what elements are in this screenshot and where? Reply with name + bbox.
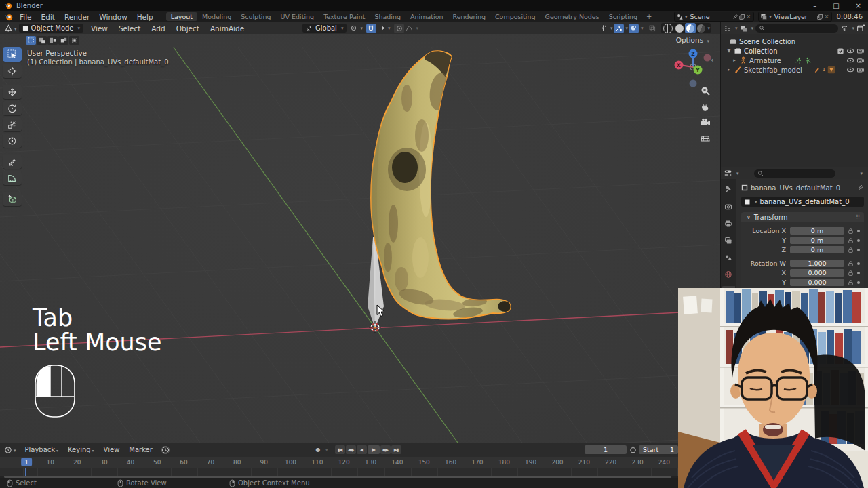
viewport-menu-1[interactable]: Select — [113, 24, 146, 33]
tab-render[interactable] — [722, 201, 735, 212]
new-scene-icon[interactable] — [738, 14, 745, 20]
material-shading-button[interactable] — [685, 23, 696, 33]
sidebar-collapse-arrow[interactable]: ‹ — [711, 56, 713, 64]
workspace-tab-9[interactable]: Geometry Nodes — [540, 12, 604, 21]
tab-view-layer[interactable] — [722, 235, 735, 246]
transport-button-5[interactable]: ▶▮ — [391, 445, 401, 454]
navigation-gizmo[interactable]: Z X Y — [673, 47, 713, 88]
filter-id-icon[interactable] — [740, 24, 748, 33]
properties-editor-icon[interactable] — [724, 169, 732, 178]
animate-dot[interactable] — [857, 262, 860, 265]
properties-search-input[interactable] — [754, 169, 835, 178]
checkbox-icon[interactable] — [837, 47, 844, 55]
menu-1[interactable]: Edit — [37, 13, 60, 21]
select-box-tool[interactable] — [3, 47, 22, 62]
unlink-scene-button[interactable]: × — [745, 14, 753, 20]
orientation-selector[interactable]: Global ▾ — [302, 24, 347, 33]
transport-button-3[interactable]: ▶ — [368, 445, 380, 454]
transport-button-0[interactable]: ▮◀ — [335, 445, 345, 454]
tab-output[interactable] — [722, 218, 735, 229]
rotation-y-field[interactable]: 0.000 — [790, 279, 844, 286]
timeline-editor-icon[interactable] — [4, 446, 12, 454]
workspace-tab-7[interactable]: Rendering — [448, 12, 490, 21]
viewlayer-selector[interactable]: ▾ ViewLayer × — [758, 12, 832, 22]
options-button[interactable]: Options ▾ — [676, 36, 709, 44]
auto-keying-button[interactable]: ● — [313, 445, 323, 454]
select-box-button[interactable] — [37, 36, 47, 45]
lock-icon[interactable] — [848, 247, 854, 253]
preview-range-button[interactable] — [161, 446, 170, 454]
outliner-row-collection[interactable]: ▼ Collection — [721, 46, 868, 56]
expand-icon[interactable]: ▼ — [726, 48, 732, 54]
new-collection-icon[interactable] — [856, 24, 865, 33]
workspace-tab-1[interactable]: Modeling — [197, 12, 236, 21]
new-viewlayer-icon[interactable] — [816, 14, 823, 20]
editor-type-icon[interactable] — [4, 24, 13, 33]
transport-button-4[interactable]: ◆▶ — [380, 445, 391, 454]
lock-icon[interactable] — [848, 228, 854, 235]
orthographic-toggle-icon[interactable] — [700, 132, 711, 143]
rotation-w-field[interactable]: 1.000 — [790, 260, 844, 267]
lock-icon[interactable] — [848, 237, 854, 244]
tab-world[interactable] — [722, 269, 735, 280]
rotation-x-field[interactable]: 0.000 — [790, 269, 844, 277]
workspace-tab-0[interactable]: Layout — [166, 12, 197, 21]
cursor-tool[interactable] — [3, 64, 22, 78]
measure-tool[interactable] — [3, 171, 22, 185]
viewport-menu-4[interactable]: AnimAide — [205, 24, 250, 33]
camera-visibility-icon[interactable] — [856, 66, 865, 74]
camera-visibility-icon[interactable] — [856, 56, 865, 64]
blender-menu-logo-icon[interactable] — [5, 13, 13, 21]
transform-tool[interactable] — [3, 134, 22, 148]
timeline-menu-0[interactable]: Playback — [20, 446, 64, 453]
timeline-menu-2[interactable]: View — [99, 446, 125, 453]
filter-funnel-icon[interactable] — [840, 24, 848, 33]
object-name-field[interactable]: ▾ banana_UVs_defaultMat_0 — [741, 197, 864, 207]
animate-dot[interactable] — [857, 249, 860, 251]
animate-dot[interactable] — [857, 230, 860, 232]
menu-2[interactable]: Render — [60, 13, 94, 21]
current-frame-indicator[interactable]: 1 — [21, 458, 32, 466]
location-z-field[interactable]: 0 m — [790, 246, 844, 253]
menu-3[interactable]: Window — [94, 13, 132, 21]
pin-icon[interactable] — [732, 14, 738, 20]
animate-dot[interactable] — [857, 281, 860, 284]
expand-icon[interactable]: ▸ — [732, 58, 737, 63]
viewport-menu-0[interactable]: View — [85, 24, 113, 33]
location-x-field[interactable]: 0 m — [790, 227, 844, 235]
eye-icon[interactable] — [846, 56, 854, 64]
outliner-row-scene-collection[interactable]: Scene Collection — [721, 37, 868, 46]
animate-dot[interactable] — [857, 239, 860, 242]
add-cube-tool[interactable] — [3, 192, 22, 206]
tab-tool[interactable] — [722, 184, 735, 195]
select-circle-button[interactable] — [47, 36, 58, 45]
show-gizmo-button[interactable] — [598, 24, 608, 33]
outliner-row-sketchfab-model[interactable]: ▸ Sketchfab_model 1 — [721, 65, 868, 75]
current-frame-field[interactable]: 1 — [585, 445, 627, 454]
maximize-button[interactable]: □ — [833, 2, 839, 9]
animate-dot[interactable] — [857, 272, 860, 274]
minimize-button[interactable]: – — [813, 2, 816, 9]
workspace-tab-8[interactable]: Compositing — [490, 12, 540, 21]
select-lasso-button[interactable] — [58, 36, 68, 45]
select-intersect-button[interactable] — [69, 36, 79, 45]
xray-toggle-button[interactable] — [629, 24, 639, 33]
camera-view-icon[interactable] — [700, 117, 711, 127]
transform-panel-header[interactable]: ∨ Transform ⠿ — [741, 212, 864, 222]
start-frame-field[interactable]: Start 1 — [639, 445, 678, 454]
move-tool[interactable] — [3, 85, 22, 99]
show-overlays-button[interactable] — [614, 24, 624, 33]
viewport-3d[interactable]: User Perspective (1) Collection | banana… — [0, 34, 720, 443]
wireframe-shading-button[interactable] — [663, 24, 673, 33]
viewport-menu-2[interactable]: Add — [146, 24, 170, 33]
pivot-point-button[interactable] — [349, 24, 359, 33]
viewport-menu-3[interactable]: Object — [171, 24, 205, 33]
mode-selector[interactable]: Object Mode ▾ — [19, 24, 84, 33]
pan-view-icon[interactable] — [700, 101, 711, 112]
workspace-tab-5[interactable]: Shading — [370, 12, 406, 21]
banana-model[interactable] — [371, 51, 513, 319]
zoom-view-icon[interactable] — [700, 85, 711, 96]
expand-icon[interactable]: ▸ — [726, 67, 732, 73]
workspace-tab-2[interactable]: Sculpting — [236, 12, 275, 21]
location-y-field[interactable]: 0 m — [790, 237, 844, 244]
